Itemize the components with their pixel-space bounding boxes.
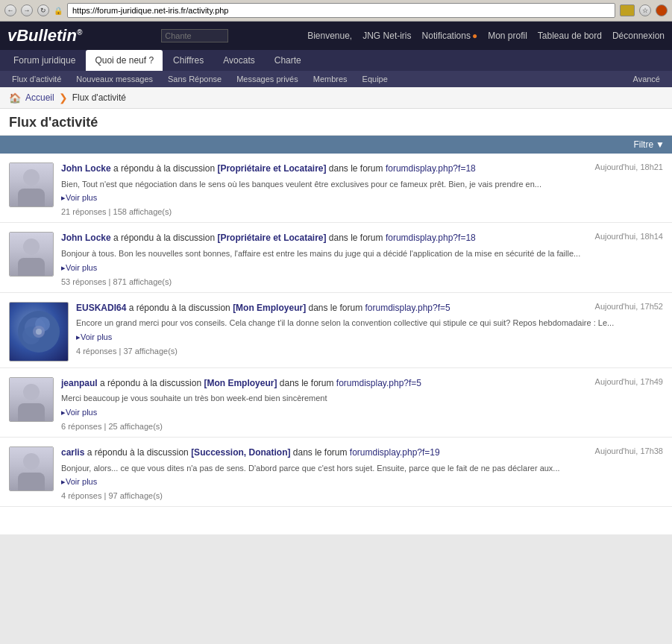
forum-link[interactable]: forumdisplay.php?f=18 [386,163,476,174]
forum-link[interactable]: forumdisplay.php?f=5 [365,303,450,313]
browser-toolbar: ← → ↻ 🔒 ☆ [0,0,672,21]
voir-plus-link[interactable]: ▸Voir plus [61,408,663,417]
activity-excerpt: Bien, Tout n'est que négociation dans le… [61,178,663,191]
activity-time: Aujourd'hui, 18h14 [595,232,663,241]
breadcrumb: 🏠 Accueil ❯ Flux d'activité [0,87,672,109]
activity-header: John Locke a répondu à la discussion [Pr… [61,162,663,175]
nav-forum-juridique[interactable]: Forum juridique [4,50,84,71]
discussion-link[interactable]: [Propriétaire et Locataire] [217,163,326,174]
nav-charte[interactable]: Charte [266,50,310,71]
advanced-link[interactable]: Avancé [626,71,668,87]
subnav-equipe[interactable]: Equipe [355,71,395,87]
breadcrumb-accueil[interactable]: Accueil [25,92,54,103]
discussion-link[interactable]: [Succession, Donation] [191,447,290,458]
breadcrumb-separator: ❯ [59,92,68,104]
activity-content: EUSKADI64 a répondu à la discussion [Mon… [76,302,663,362]
extension-icon[interactable] [656,4,668,16]
avatar-body [18,403,45,421]
activity-title: jeanpaul a répondu à la discussion [Mon … [61,377,588,390]
breadcrumb-current: Flux d'activité [72,92,126,103]
activity-header: EUSKADI64 a répondu à la discussion [Mon… [76,302,663,315]
forum-prefix: dans le forum [327,233,386,243]
activity-title: John Locke a répondu à la discussion [Pr… [61,232,588,244]
rose-icon [16,309,61,354]
subnav-flux[interactable]: Flux d'activité [4,71,69,87]
filter-arrow-icon: ▼ [656,139,665,150]
activity-time: Aujourd'hui, 17h38 [595,446,663,455]
action-text: a répondu à la discussion [111,233,218,243]
user-link[interactable]: EUSKADI64 [76,303,126,313]
activity-content: jeanpaul a répondu à la discussion [Mon … [61,377,663,431]
voir-plus-link[interactable]: ▸Voir plus [76,332,663,342]
activity-stats: 4 réponses | 97 affichage(s) [61,491,663,500]
activity-header: carlis a répondu à la discussion [Succes… [61,446,663,459]
voir-plus-link[interactable]: ▸Voir plus [61,477,663,487]
action-text: a répondu à la discussion [98,378,204,388]
forum-prefix: dans le forum [290,447,349,458]
top-nav: vBulletin® Bienvenue, JNG Net-iris Notif… [0,22,672,50]
activity-header: jeanpaul a répondu à la discussion [Mon … [61,377,663,390]
list-item: EUSKADI64 a répondu à la discussion [Mon… [0,293,672,368]
activity-time: Aujourd'hui, 17h49 [595,377,663,386]
notifications-link[interactable]: Notifications● [422,31,478,41]
discussion-link[interactable]: [Mon Employeur] [233,303,306,313]
forum-prefix: dans le forum [306,303,365,313]
activity-feed: John Locke a répondu à la discussion [Pr… [0,154,672,507]
avatar-head [23,453,40,470]
deconnexion-link[interactable]: Déconnexion [612,31,665,41]
filter-button[interactable]: Filtre ▼ [633,139,665,150]
browser-chrome: ← → ↻ 🔒 ☆ [0,0,672,22]
nav-avocats[interactable]: Avocats [214,50,263,71]
voir-plus-link[interactable]: ▸Voir plus [61,263,663,273]
search-input[interactable] [161,29,228,42]
avatar [9,162,54,207]
user-profile-link[interactable]: JNG Net-iris [362,31,411,41]
user-link[interactable]: carlis [61,447,84,458]
subnav-sans-reponse[interactable]: Sans Réponse [160,71,229,87]
url-bar[interactable] [67,3,615,18]
avatar-image [10,378,53,421]
subnav-messages-prives[interactable]: Messages privés [229,71,306,87]
voir-plus-link[interactable]: ▸Voir plus [61,193,663,203]
activity-excerpt: Bonjour, alors... ce que vous dites n'a … [61,462,663,475]
forum-prefix: dans le forum [277,378,336,388]
user-link[interactable]: jeanpaul [61,378,98,388]
forum-link[interactable]: forumdisplay.php?f=19 [350,447,440,458]
nav-quoi-de-neuf[interactable]: Quoi de neuf ? [86,50,163,71]
forward-button[interactable]: → [21,4,33,16]
tableau-de-bord-link[interactable]: Tableau de bord [538,31,602,41]
welcome-text: Bienvenue, [307,31,352,41]
activity-stats: 21 réponses | 158 affichage(s) [61,207,663,216]
nav-chiffres[interactable]: Chiffres [164,50,213,71]
action-text: a répondu à la discussion [84,447,191,458]
discussion-link[interactable]: [Mon Employeur] [204,378,277,388]
user-link[interactable]: John Locke [61,163,111,174]
avatar-image [10,303,68,361]
top-nav-links: Bienvenue, JNG Net-iris Notifications● M… [307,31,665,41]
content-area: 🏠 Accueil ❯ Flux d'activité Flux d'activ… [0,87,672,534]
user-link[interactable]: John Locke [61,233,111,243]
list-item: jeanpaul a répondu à la discussion [Mon … [0,368,672,438]
svg-point-5 [36,329,42,335]
subnav-nouveaux-messages[interactable]: Nouveaux messages [69,71,160,87]
activity-content: John Locke a répondu à la discussion [Pr… [61,232,663,285]
action-text: a répondu à la discussion [126,303,233,313]
forum-link[interactable]: forumdisplay.php?f=5 [336,378,421,388]
avatar-head [23,239,40,255]
avatar-head [23,384,40,400]
lock-icon: 🔒 [54,7,63,15]
discussion-link[interactable]: [Propriétaire et Locataire] [217,233,326,243]
notification-dot: ● [472,31,477,41]
refresh-button[interactable]: ↻ [37,4,49,16]
activity-excerpt: Bonjour à tous. Bon les nouvelles sont b… [61,247,663,260]
activity-content: carlis a répondu à la discussion [Succes… [61,446,663,500]
list-item: John Locke a répondu à la discussion [Pr… [0,154,672,223]
avatar-image [10,163,53,206]
mon-profil-link[interactable]: Mon profil [488,31,527,41]
back-button[interactable]: ← [4,4,16,16]
action-text: a répondu à la discussion [111,163,218,174]
subnav-membres[interactable]: Membres [306,71,355,87]
bookmark-icon[interactable]: ☆ [639,4,651,16]
browser-menu-icon[interactable] [620,4,635,16]
forum-link[interactable]: forumdisplay.php?f=18 [386,233,476,243]
